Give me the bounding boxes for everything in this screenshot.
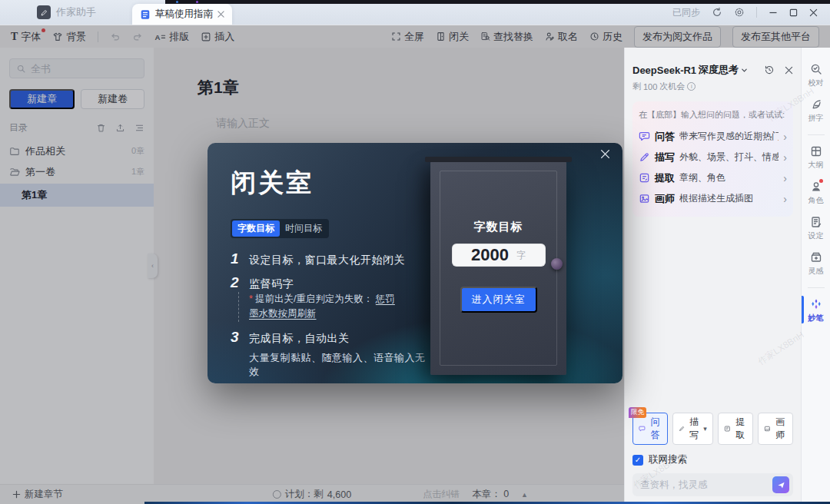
catalog-label: 目录 bbox=[9, 121, 28, 134]
rail-magic-pen-active[interactable]: 妙笔 bbox=[802, 298, 830, 323]
rail-outline[interactable]: 大纲 bbox=[802, 145, 830, 171]
pen-icon bbox=[639, 151, 650, 163]
rail-word-sprint[interactable]: 拼字 bbox=[802, 98, 830, 124]
chat-bubble-icon bbox=[639, 424, 646, 433]
history-button[interactable]: 历史 bbox=[589, 30, 622, 44]
maximize-button[interactable] bbox=[789, 8, 798, 17]
document-tab-label: 草稿使用指南 bbox=[155, 8, 213, 21]
rail-inspiration[interactable]: 灵感 bbox=[802, 251, 830, 277]
book-search-box[interactable] bbox=[9, 58, 144, 78]
ai-input-box bbox=[632, 473, 793, 496]
step-text: 监督码字 bbox=[249, 277, 294, 291]
chevron-down-icon[interactable] bbox=[741, 67, 748, 74]
rail-divider bbox=[808, 287, 825, 288]
rail-proofread[interactable]: 校对 bbox=[802, 63, 830, 88]
word-goal-input[interactable]: 2000 字 bbox=[452, 244, 546, 267]
new-section-button[interactable]: 新建章节 bbox=[12, 488, 63, 501]
word-goal-value[interactable]: 2000 bbox=[471, 245, 509, 265]
wordcount-caret-icon[interactable]: ▲ bbox=[521, 491, 528, 499]
model-name[interactable]: DeepSeek-R1 bbox=[632, 65, 696, 76]
sync-icon[interactable] bbox=[712, 7, 722, 18]
app-home-tab[interactable]: 作家助手 bbox=[37, 5, 96, 19]
extract-action-button[interactable]: 提取 bbox=[718, 413, 753, 445]
extract-doc-icon bbox=[724, 424, 731, 433]
seclusion-button[interactable]: 闭关 bbox=[436, 30, 469, 44]
sync-status: 已同步 bbox=[672, 6, 700, 19]
sidebar-item-chapter1-selected[interactable]: 第1章 bbox=[0, 184, 154, 207]
setting-doc-icon bbox=[810, 216, 822, 228]
rail-label: 角色 bbox=[808, 195, 824, 206]
step-2-note: *提前出关/重启判定为失败： 惩罚墨水数按周刷新 bbox=[238, 292, 400, 322]
background-button[interactable]: 背景 bbox=[52, 30, 86, 44]
inspiration-box-icon bbox=[810, 251, 822, 264]
sidebar-item-volume1[interactable]: 第一卷 1章 bbox=[9, 161, 144, 182]
describe-action-button[interactable]: 描写 ▾ bbox=[672, 413, 713, 445]
typeset-button[interactable]: A 排版 bbox=[154, 30, 189, 44]
notification-dot bbox=[819, 179, 823, 183]
settings-gear-icon[interactable] bbox=[734, 7, 745, 18]
thinking-mode-label[interactable]: 深度思考 bbox=[699, 63, 739, 77]
sidebar-item-related[interactable]: 作品相关 0章 bbox=[9, 141, 144, 161]
word-goal-unit: 字 bbox=[516, 249, 526, 262]
naming-button[interactable]: 取名 bbox=[545, 30, 578, 44]
tab-word-goal[interactable]: 字数目标 bbox=[232, 220, 280, 237]
suggestion-describe[interactable]: 描写 外貌、场景、打斗、情感 › bbox=[639, 147, 787, 167]
shirt-icon bbox=[52, 32, 63, 42]
notification-dot bbox=[42, 28, 45, 32]
close-window-button[interactable] bbox=[809, 8, 818, 17]
suggestions-hint: 在【底部】输入想问的问题，或者试试: bbox=[639, 109, 787, 121]
font-button[interactable]: T 字体 bbox=[11, 30, 41, 44]
suggestion-qa[interactable]: 问答 带来写作灵感的近期热门... › bbox=[639, 126, 787, 147]
web-search-checkbox[interactable]: ✓ bbox=[632, 455, 643, 466]
dropdown-caret-icon: ▾ bbox=[703, 425, 707, 433]
minimize-button[interactable] bbox=[769, 8, 778, 17]
redo-button[interactable] bbox=[132, 32, 143, 42]
ai-assistant-panel: DeepSeek-R1 深度思考 剩 100 次机会 i 在【底部】输入想问的问… bbox=[624, 48, 801, 504]
panel-close-icon[interactable] bbox=[785, 66, 793, 75]
insert-button[interactable]: 插入 bbox=[201, 30, 234, 44]
trash-icon[interactable] bbox=[96, 123, 106, 133]
new-volume-button[interactable]: 新建卷 bbox=[81, 89, 144, 109]
publish-yuewen-button[interactable]: 发布为阅文作品 bbox=[634, 26, 721, 48]
plan-status[interactable]: 计划：剩 4,600 bbox=[273, 488, 351, 501]
rail-characters[interactable]: 角色 bbox=[802, 181, 830, 206]
suggestion-illustrate[interactable]: 画师 根据描述生成插图 › bbox=[639, 188, 787, 209]
required-asterisk: * bbox=[249, 293, 253, 304]
info-icon[interactable]: i bbox=[687, 82, 696, 91]
search-icon bbox=[16, 64, 26, 74]
collapse-list-icon[interactable] bbox=[134, 123, 144, 133]
tab-time-goal[interactable]: 时间目标 bbox=[280, 220, 327, 237]
rail-settings-doc[interactable]: 设定 bbox=[802, 216, 830, 241]
outline-grid-icon bbox=[810, 145, 822, 158]
main-area: 新建章 新建卷 目录 作品相关 bbox=[0, 48, 830, 504]
click-correct-hint[interactable]: 点击纠错 bbox=[423, 488, 460, 501]
send-icon[interactable] bbox=[772, 476, 789, 493]
step-2: 2 监督码字 bbox=[231, 274, 427, 291]
find-replace-button[interactable]: 查找替换 bbox=[480, 30, 533, 44]
sidebar-collapse-handle[interactable]: ‹ bbox=[148, 254, 158, 278]
rail-label: 灵感 bbox=[808, 266, 824, 277]
enter-seclusion-button[interactable]: 进入闭关室 bbox=[460, 287, 537, 313]
quota-count: 100 bbox=[643, 82, 657, 91]
export-icon[interactable] bbox=[115, 123, 125, 133]
new-chapter-button[interactable]: 新建章 bbox=[9, 89, 75, 109]
book-search-input[interactable] bbox=[31, 63, 123, 75]
document-tab[interactable]: 草稿使用指南 bbox=[132, 4, 232, 25]
chapter-wordcount-value: 0 bbox=[503, 489, 509, 499]
workspace: 新建章 新建卷 目录 作品相关 bbox=[0, 48, 624, 504]
extract-doc-icon bbox=[639, 172, 650, 184]
undo-button[interactable] bbox=[110, 32, 121, 42]
fullscreen-button[interactable]: 全屏 bbox=[391, 30, 424, 44]
qa-action-button[interactable]: 限免 问答 bbox=[632, 413, 668, 445]
publish-other-button[interactable]: 发布至其他平台 bbox=[732, 26, 819, 48]
action-label: 描写 bbox=[688, 416, 700, 442]
tab-close-icon[interactable] bbox=[217, 11, 224, 18]
suggestion-extract[interactable]: 提取 章纲、角色 › bbox=[639, 167, 787, 188]
modal-close-icon[interactable] bbox=[600, 149, 610, 159]
image-icon bbox=[764, 424, 771, 433]
suggestion-label: 问答 bbox=[655, 130, 675, 144]
illustrate-action-button[interactable]: 画师 bbox=[758, 413, 793, 445]
ai-question-input[interactable] bbox=[640, 479, 772, 490]
web-search-label: 联网搜索 bbox=[649, 453, 687, 466]
chat-history-icon[interactable] bbox=[764, 65, 775, 75]
